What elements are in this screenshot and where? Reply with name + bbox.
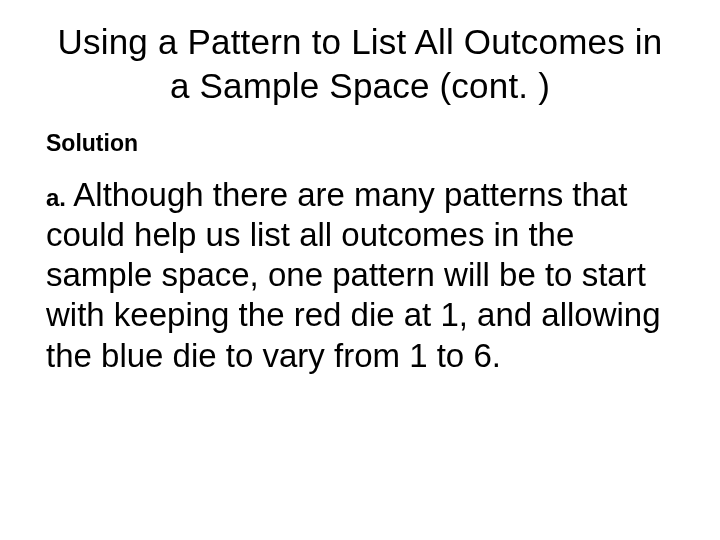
slide: Using a Pattern to List All Outcomes in … [0,0,720,540]
item-marker: a. [46,184,66,211]
solution-heading: Solution [46,130,674,157]
item-text: Although there are many patterns that co… [46,176,661,374]
solution-body: a. Although there are many patterns that… [46,175,674,376]
slide-title: Using a Pattern to List All Outcomes in … [46,20,674,108]
